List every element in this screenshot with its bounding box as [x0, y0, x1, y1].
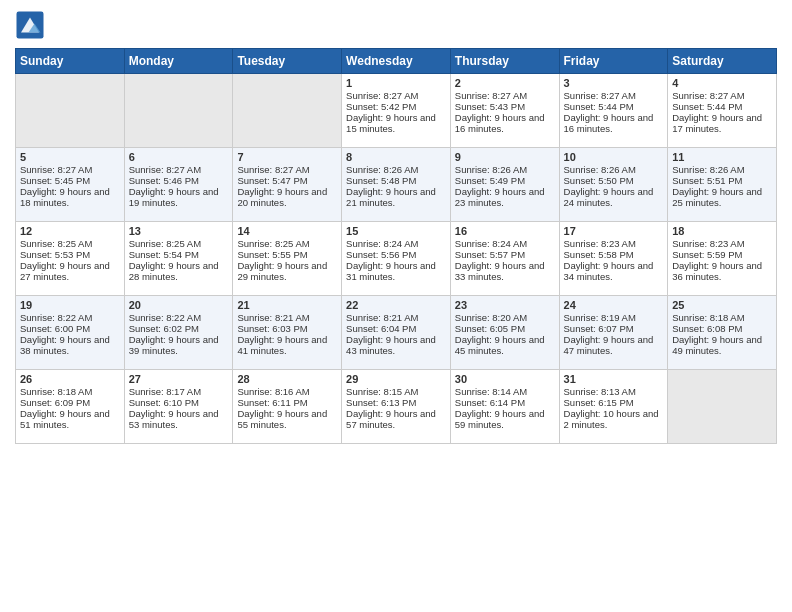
sunset-time: Sunset: 6:02 PM: [129, 323, 199, 334]
day-number: 7: [237, 151, 337, 163]
calendar-header-row: SundayMondayTuesdayWednesdayThursdayFrid…: [16, 49, 777, 74]
calendar-week-1: 1Sunrise: 8:27 AMSunset: 5:42 PMDaylight…: [16, 74, 777, 148]
daylight-hours: Daylight: 9 hours and 34 minutes.: [564, 260, 654, 282]
day-number: 20: [129, 299, 229, 311]
daylight-hours: Daylight: 10 hours and 2 minutes.: [564, 408, 659, 430]
day-number: 21: [237, 299, 337, 311]
sunset-time: Sunset: 6:15 PM: [564, 397, 634, 408]
day-cell-4: 4Sunrise: 8:27 AMSunset: 5:44 PMDaylight…: [668, 74, 777, 148]
sunset-time: Sunset: 5:53 PM: [20, 249, 90, 260]
day-number: 31: [564, 373, 664, 385]
sunset-time: Sunset: 6:10 PM: [129, 397, 199, 408]
day-number: 12: [20, 225, 120, 237]
sunset-time: Sunset: 6:08 PM: [672, 323, 742, 334]
day-number: 29: [346, 373, 446, 385]
sunset-time: Sunset: 5:51 PM: [672, 175, 742, 186]
sunrise-time: Sunrise: 8:27 AM: [237, 164, 309, 175]
sunset-time: Sunset: 5:48 PM: [346, 175, 416, 186]
day-cell-23: 23Sunrise: 8:20 AMSunset: 6:05 PMDayligh…: [450, 296, 559, 370]
sunrise-time: Sunrise: 8:23 AM: [672, 238, 744, 249]
day-cell-24: 24Sunrise: 8:19 AMSunset: 6:07 PMDayligh…: [559, 296, 668, 370]
calendar-week-3: 12Sunrise: 8:25 AMSunset: 5:53 PMDayligh…: [16, 222, 777, 296]
day-cell-18: 18Sunrise: 8:23 AMSunset: 5:59 PMDayligh…: [668, 222, 777, 296]
day-cell-2: 2Sunrise: 8:27 AMSunset: 5:43 PMDaylight…: [450, 74, 559, 148]
sunset-time: Sunset: 6:05 PM: [455, 323, 525, 334]
sunset-time: Sunset: 6:14 PM: [455, 397, 525, 408]
day-cell-6: 6Sunrise: 8:27 AMSunset: 5:46 PMDaylight…: [124, 148, 233, 222]
sunrise-time: Sunrise: 8:26 AM: [455, 164, 527, 175]
day-number: 18: [672, 225, 772, 237]
sunrise-time: Sunrise: 8:20 AM: [455, 312, 527, 323]
sunrise-time: Sunrise: 8:27 AM: [672, 90, 744, 101]
day-number: 28: [237, 373, 337, 385]
day-cell-30: 30Sunrise: 8:14 AMSunset: 6:14 PMDayligh…: [450, 370, 559, 444]
day-number: 16: [455, 225, 555, 237]
day-cell-16: 16Sunrise: 8:24 AMSunset: 5:57 PMDayligh…: [450, 222, 559, 296]
daylight-hours: Daylight: 9 hours and 21 minutes.: [346, 186, 436, 208]
daylight-hours: Daylight: 9 hours and 25 minutes.: [672, 186, 762, 208]
day-number: 26: [20, 373, 120, 385]
sunrise-time: Sunrise: 8:17 AM: [129, 386, 201, 397]
sunset-time: Sunset: 5:42 PM: [346, 101, 416, 112]
sunset-time: Sunset: 5:56 PM: [346, 249, 416, 260]
sunset-time: Sunset: 5:45 PM: [20, 175, 90, 186]
sunset-time: Sunset: 5:50 PM: [564, 175, 634, 186]
daylight-hours: Daylight: 9 hours and 16 minutes.: [455, 112, 545, 134]
sunrise-time: Sunrise: 8:24 AM: [346, 238, 418, 249]
daylight-hours: Daylight: 9 hours and 43 minutes.: [346, 334, 436, 356]
col-header-monday: Monday: [124, 49, 233, 74]
day-number: 30: [455, 373, 555, 385]
daylight-hours: Daylight: 9 hours and 57 minutes.: [346, 408, 436, 430]
sunset-time: Sunset: 6:11 PM: [237, 397, 307, 408]
sunset-time: Sunset: 5:44 PM: [672, 101, 742, 112]
day-cell-25: 25Sunrise: 8:18 AMSunset: 6:08 PMDayligh…: [668, 296, 777, 370]
sunrise-time: Sunrise: 8:25 AM: [129, 238, 201, 249]
day-number: 24: [564, 299, 664, 311]
logo: [15, 10, 49, 40]
col-header-saturday: Saturday: [668, 49, 777, 74]
sunset-time: Sunset: 5:47 PM: [237, 175, 307, 186]
sunrise-time: Sunrise: 8:18 AM: [20, 386, 92, 397]
daylight-hours: Daylight: 9 hours and 38 minutes.: [20, 334, 110, 356]
daylight-hours: Daylight: 9 hours and 49 minutes.: [672, 334, 762, 356]
sunrise-time: Sunrise: 8:25 AM: [237, 238, 309, 249]
daylight-hours: Daylight: 9 hours and 51 minutes.: [20, 408, 110, 430]
daylight-hours: Daylight: 9 hours and 28 minutes.: [129, 260, 219, 282]
logo-icon: [15, 10, 45, 40]
daylight-hours: Daylight: 9 hours and 59 minutes.: [455, 408, 545, 430]
sunset-time: Sunset: 6:13 PM: [346, 397, 416, 408]
col-header-tuesday: Tuesday: [233, 49, 342, 74]
day-cell-15: 15Sunrise: 8:24 AMSunset: 5:56 PMDayligh…: [342, 222, 451, 296]
day-number: 9: [455, 151, 555, 163]
daylight-hours: Daylight: 9 hours and 53 minutes.: [129, 408, 219, 430]
sunrise-time: Sunrise: 8:22 AM: [129, 312, 201, 323]
day-number: 17: [564, 225, 664, 237]
day-number: 22: [346, 299, 446, 311]
day-cell-8: 8Sunrise: 8:26 AMSunset: 5:48 PMDaylight…: [342, 148, 451, 222]
day-number: 1: [346, 77, 446, 89]
daylight-hours: Daylight: 9 hours and 27 minutes.: [20, 260, 110, 282]
sunrise-time: Sunrise: 8:21 AM: [346, 312, 418, 323]
day-cell-17: 17Sunrise: 8:23 AMSunset: 5:58 PMDayligh…: [559, 222, 668, 296]
day-cell-11: 11Sunrise: 8:26 AMSunset: 5:51 PMDayligh…: [668, 148, 777, 222]
calendar-week-5: 26Sunrise: 8:18 AMSunset: 6:09 PMDayligh…: [16, 370, 777, 444]
sunset-time: Sunset: 6:07 PM: [564, 323, 634, 334]
sunrise-time: Sunrise: 8:22 AM: [20, 312, 92, 323]
day-cell-29: 29Sunrise: 8:15 AMSunset: 6:13 PMDayligh…: [342, 370, 451, 444]
sunrise-time: Sunrise: 8:19 AM: [564, 312, 636, 323]
daylight-hours: Daylight: 9 hours and 17 minutes.: [672, 112, 762, 134]
sunrise-time: Sunrise: 8:27 AM: [20, 164, 92, 175]
sunrise-time: Sunrise: 8:27 AM: [129, 164, 201, 175]
sunrise-time: Sunrise: 8:16 AM: [237, 386, 309, 397]
sunrise-time: Sunrise: 8:26 AM: [672, 164, 744, 175]
calendar-week-2: 5Sunrise: 8:27 AMSunset: 5:45 PMDaylight…: [16, 148, 777, 222]
sunrise-time: Sunrise: 8:21 AM: [237, 312, 309, 323]
day-cell-14: 14Sunrise: 8:25 AMSunset: 5:55 PMDayligh…: [233, 222, 342, 296]
day-number: 5: [20, 151, 120, 163]
sunset-time: Sunset: 5:58 PM: [564, 249, 634, 260]
sunrise-time: Sunrise: 8:27 AM: [346, 90, 418, 101]
daylight-hours: Daylight: 9 hours and 41 minutes.: [237, 334, 327, 356]
sunrise-time: Sunrise: 8:26 AM: [564, 164, 636, 175]
sunrise-time: Sunrise: 8:27 AM: [564, 90, 636, 101]
sunrise-time: Sunrise: 8:27 AM: [455, 90, 527, 101]
